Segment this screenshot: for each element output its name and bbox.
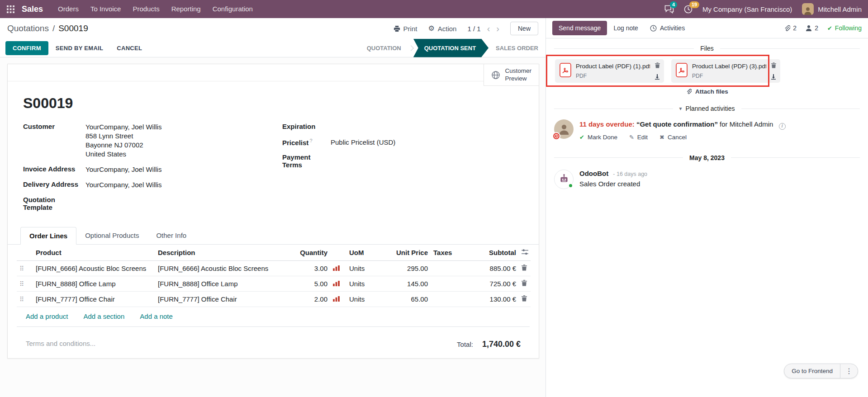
drag-handle-icon[interactable]: ⠿ xyxy=(19,296,24,303)
cell-uom[interactable]: Units xyxy=(346,292,392,307)
terms-placeholder[interactable]: Terms and conditions... xyxy=(26,340,95,349)
message-author[interactable]: OdooBot xyxy=(579,170,608,177)
delete-line-icon[interactable] xyxy=(522,265,527,271)
tab-order-lines[interactable]: Order Lines xyxy=(20,227,76,245)
download-attachment-icon[interactable] xyxy=(655,74,660,80)
attachment-card[interactable]: Product Label (PDF) (1).pdf PDF xyxy=(555,59,664,83)
delete-attachment-icon[interactable] xyxy=(771,62,776,68)
drag-handle-icon[interactable]: ⠿ xyxy=(19,265,24,272)
attachments-counter-button[interactable]: 2 xyxy=(783,24,797,32)
download-attachment-icon[interactable] xyxy=(771,74,776,80)
pricelist-help-icon[interactable]: ? xyxy=(309,138,312,143)
cell-quantity[interactable]: 3.00 xyxy=(295,261,330,276)
drag-handle-icon[interactable]: ⠿ xyxy=(19,280,24,288)
cancel-button[interactable]: CANCEL xyxy=(110,41,148,55)
print-button[interactable]: Print xyxy=(394,25,417,33)
user-menu[interactable]: Mitchell Admin xyxy=(802,3,862,15)
cell-uom[interactable]: Units xyxy=(346,276,392,292)
col-taxes[interactable]: Taxes xyxy=(431,245,471,261)
cell-unit-price[interactable]: 295.00 xyxy=(392,261,431,276)
add-product-link[interactable]: Add a product xyxy=(26,312,68,320)
menu-to-invoice[interactable]: To Invoice xyxy=(85,0,127,18)
col-subtotal[interactable]: Subtotal xyxy=(471,245,519,261)
cell-quantity[interactable]: 2.00 xyxy=(295,292,330,307)
customer-value[interactable]: YourCompany, Joel Willis 858 Lynn Street… xyxy=(85,123,161,159)
cell-product[interactable]: [FURN_6666] Acoustic Bloc Screens xyxy=(33,261,155,276)
add-note-link[interactable]: Add a note xyxy=(140,312,173,320)
cell-unit-price[interactable]: 65.00 xyxy=(392,292,431,307)
invoice-address-value[interactable]: YourCompany, Joel Willis xyxy=(85,165,161,174)
apps-menu-button[interactable] xyxy=(0,0,21,18)
cell-taxes[interactable] xyxy=(431,292,471,307)
cell-taxes[interactable] xyxy=(431,276,471,292)
followers-button[interactable]: 2 xyxy=(806,24,818,32)
planned-activities-header[interactable]: ▾ Planned activities xyxy=(554,105,860,112)
new-button[interactable]: New xyxy=(510,22,538,35)
delete-line-icon[interactable] xyxy=(522,280,527,286)
stage-quotation[interactable]: QUOTATION xyxy=(360,39,408,57)
forecast-chart-icon[interactable] xyxy=(333,281,340,286)
info-icon[interactable]: i xyxy=(779,123,786,130)
following-button[interactable]: ✔ Following xyxy=(827,24,862,32)
send-message-button[interactable]: Send message xyxy=(552,21,607,35)
preview-label-line2: Preview xyxy=(505,75,531,83)
cell-uom[interactable]: Units xyxy=(346,261,392,276)
activities-schedule-button[interactable]: Activities xyxy=(645,21,690,35)
attachment-card[interactable]: Product Label (PDF) (3).pdf PDF xyxy=(671,59,780,83)
customer-preview-button[interactable]: Customer Preview xyxy=(484,64,539,86)
tab-optional-products[interactable]: Optional Products xyxy=(76,227,147,245)
cell-taxes[interactable] xyxy=(431,261,471,276)
breadcrumb-quotations[interactable]: Quotations xyxy=(7,24,49,33)
cell-unit-price[interactable]: 145.00 xyxy=(392,276,431,292)
order-line-row[interactable]: ⠿ [FURN_7777] Office Chair [FURN_7777] O… xyxy=(17,292,531,307)
go-to-frontend-button[interactable]: Go to Frontend xyxy=(784,364,840,378)
edit-activity-button[interactable]: ✎ Edit xyxy=(629,134,648,141)
col-product[interactable]: Product xyxy=(33,245,155,261)
col-unit-price[interactable]: Unit Price xyxy=(392,245,431,261)
pager-prev-icon[interactable]: ‹ xyxy=(487,24,490,33)
forecast-chart-icon[interactable] xyxy=(333,296,340,302)
stage-sales-order[interactable]: SALES ORDER xyxy=(489,39,545,57)
attachment-name[interactable]: Product Label (PDF) (3).pdf xyxy=(692,63,766,70)
menu-orders[interactable]: Orders xyxy=(52,0,85,18)
frontend-menu-dots-icon[interactable]: ⋮ xyxy=(840,364,858,378)
delete-attachment-icon[interactable] xyxy=(655,62,660,68)
messages-button[interactable]: 4 xyxy=(664,5,674,14)
cancel-activity-button[interactable]: ✖ Cancel xyxy=(659,134,687,141)
col-description[interactable]: Description xyxy=(155,245,295,261)
activities-button[interactable]: 19 xyxy=(684,5,693,14)
menu-products[interactable]: Products xyxy=(127,0,165,18)
app-name[interactable]: Sales xyxy=(22,5,43,14)
company-switcher[interactable]: My Company (San Francisco) xyxy=(702,5,792,13)
optional-columns-icon[interactable] xyxy=(522,249,528,255)
attach-files-button[interactable]: Attach files xyxy=(546,84,868,96)
chatter-body: Files Product Label (PDF) (1).pdf PDF Pr… xyxy=(546,38,868,397)
order-line-row[interactable]: ⠿ [FURN_6666] Acoustic Bloc Screens [FUR… xyxy=(17,261,531,276)
record-title[interactable]: S00019 xyxy=(23,95,539,112)
attachment-name[interactable]: Product Label (PDF) (1).pdf xyxy=(576,63,650,70)
order-line-row[interactable]: ⠿ [FURN_8888] Office Lamp [FURN_8888] Of… xyxy=(17,276,531,292)
cell-description[interactable]: [FURN_7777] Office Chair xyxy=(155,292,295,307)
action-button[interactable]: ⚙ Action xyxy=(428,25,456,33)
delete-line-icon[interactable] xyxy=(522,295,527,302)
tab-other-info[interactable]: Other Info xyxy=(147,227,195,245)
menu-reporting[interactable]: Reporting xyxy=(166,0,207,18)
pager-next-icon[interactable]: › xyxy=(496,24,499,33)
delivery-address-value[interactable]: YourCompany, Joel Willis xyxy=(85,180,161,189)
stage-quotation-sent[interactable]: QUOTATION SENT xyxy=(413,39,489,57)
cell-product[interactable]: [FURN_8888] Office Lamp xyxy=(33,276,155,292)
log-note-button[interactable]: Log note xyxy=(608,21,644,35)
menu-configuration[interactable]: Configuration xyxy=(207,0,259,18)
send-by-email-button[interactable]: SEND BY EMAIL xyxy=(49,41,110,55)
cell-description[interactable]: [FURN_8888] Office Lamp xyxy=(155,276,295,292)
cell-product[interactable]: [FURN_7777] Office Chair xyxy=(33,292,155,307)
cell-description[interactable]: [FURN_6666] Acoustic Bloc Screens xyxy=(155,261,295,276)
pricelist-value[interactable]: Public Pricelist (USD) xyxy=(331,138,395,147)
cell-quantity[interactable]: 5.00 xyxy=(295,276,330,292)
confirm-button[interactable]: CONFIRM xyxy=(5,41,48,55)
col-quantity[interactable]: Quantity xyxy=(295,245,330,261)
col-uom[interactable]: UoM xyxy=(346,245,392,261)
forecast-chart-icon[interactable] xyxy=(333,265,340,271)
add-section-link[interactable]: Add a section xyxy=(83,312,124,320)
mark-done-button[interactable]: ✔ Mark Done xyxy=(579,134,617,141)
